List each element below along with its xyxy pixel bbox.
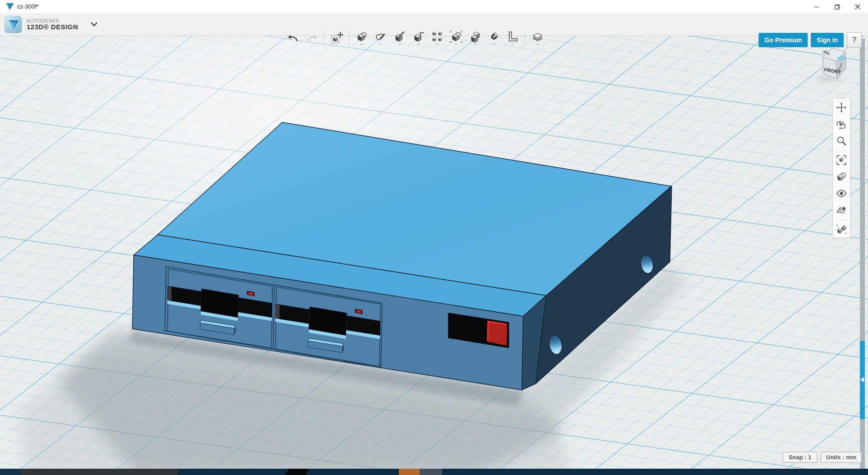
restore-icon <box>834 4 840 10</box>
go-premium-button[interactable]: Go Premium <box>759 33 808 47</box>
nav-separator <box>836 220 847 220</box>
construct-icon <box>393 31 406 43</box>
dropdown-caret-icon <box>416 43 420 45</box>
app-menu-chevron-icon[interactable] <box>91 22 97 27</box>
toolbar-separator <box>349 31 349 46</box>
pattern-button[interactable] <box>428 28 447 49</box>
transform-move-icon <box>330 31 344 45</box>
minimize-button[interactable] <box>806 0 827 13</box>
modify-button[interactable] <box>409 28 428 49</box>
status-bar: Snap : 1 Units : mm <box>782 452 862 463</box>
toolbar-separator <box>324 31 325 46</box>
app-header: AUTODESK® 123D® DESIGN <box>0 13 868 36</box>
redo-button[interactable] <box>303 28 321 49</box>
grouping-icon <box>449 31 463 43</box>
scene-canvas: FRONT TOP RIGHT <box>0 36 868 475</box>
taskbar-strip <box>0 469 868 475</box>
view-cube-top-label[interactable]: TOP <box>822 49 831 56</box>
units-setting-box[interactable]: Units : mm <box>821 452 862 463</box>
toolbar-separator <box>525 31 525 46</box>
snap-setting-box[interactable]: Snap : 1 <box>782 452 818 463</box>
measure-button[interactable] <box>503 28 522 49</box>
text-layers-button[interactable] <box>528 28 547 49</box>
zoom-icon[interactable] <box>836 135 847 146</box>
dropdown-caret-icon <box>360 43 364 45</box>
pan-icon[interactable] <box>836 102 847 113</box>
magnet-icon <box>487 31 501 43</box>
snap-settings-icon[interactable] <box>836 224 847 235</box>
dropdown-caret-icon <box>454 43 458 45</box>
main-toolbar <box>284 27 547 49</box>
dropdown-caret-icon <box>398 43 402 45</box>
nav-separator <box>836 150 847 151</box>
primitives-button[interactable] <box>352 28 371 49</box>
fit-view-icon[interactable] <box>836 155 847 166</box>
panel-expander-tab[interactable] <box>860 341 865 419</box>
help-button[interactable]: ? <box>847 32 862 48</box>
view-cube[interactable]: FRONT TOP RIGHT <box>816 48 846 81</box>
construct-button[interactable] <box>390 28 409 49</box>
taskbar-segment <box>399 469 420 475</box>
combine-button[interactable] <box>466 28 484 49</box>
dropdown-caret-icon <box>473 43 477 45</box>
window-titlebar: cz-300f* <box>0 0 868 13</box>
brand-text: AUTODESK® 123D® DESIGN <box>27 18 78 31</box>
app-logo-icon <box>6 3 14 12</box>
close-button[interactable] <box>847 0 868 13</box>
taskbar-segment <box>420 469 442 475</box>
grid-visibility-icon[interactable] <box>836 205 847 215</box>
ruler-icon <box>506 31 520 43</box>
transform-move-button[interactable] <box>327 28 346 49</box>
taskbar-segment <box>285 469 309 475</box>
primitives-icon <box>355 31 368 43</box>
redo-icon <box>306 32 318 45</box>
document-title: cz-300f* <box>17 3 39 10</box>
pattern-icon <box>430 31 444 43</box>
undo-button[interactable] <box>284 28 303 49</box>
dropdown-caret-icon <box>492 43 496 45</box>
sign-in-button[interactable]: Sign In <box>811 33 844 47</box>
dropdown-caret-icon <box>511 43 515 45</box>
123d-logo-icon <box>5 16 22 33</box>
grouping-button[interactable] <box>447 28 466 49</box>
combine-icon <box>468 31 482 43</box>
taskbar-segment <box>21 469 178 475</box>
expand-left-arrow-icon <box>860 377 864 382</box>
material-icon[interactable] <box>836 171 847 182</box>
brand-block: AUTODESK® 123D® DESIGN <box>5 16 97 33</box>
close-icon <box>855 4 860 9</box>
dropdown-caret-icon <box>435 43 439 45</box>
snap-button[interactable] <box>484 28 503 49</box>
dropdown-caret-icon <box>379 43 383 45</box>
minimize-icon <box>814 7 819 7</box>
sketch-button[interactable] <box>371 28 390 49</box>
modify-icon <box>411 31 425 43</box>
dropdown-caret-icon <box>536 43 540 45</box>
navigation-toolbar <box>832 98 850 238</box>
3d-viewport[interactable]: FRONT TOP RIGHT <box>0 36 868 475</box>
sketch-icon <box>374 31 387 43</box>
undo-icon <box>287 32 299 45</box>
brand-123d-design: 123D® DESIGN <box>27 23 78 31</box>
orbit-icon[interactable] <box>836 119 847 130</box>
restore-button[interactable] <box>827 0 847 13</box>
layers-icon <box>531 31 544 43</box>
hide-show-eye-icon[interactable] <box>836 188 847 199</box>
taskbar-segment <box>0 469 21 475</box>
